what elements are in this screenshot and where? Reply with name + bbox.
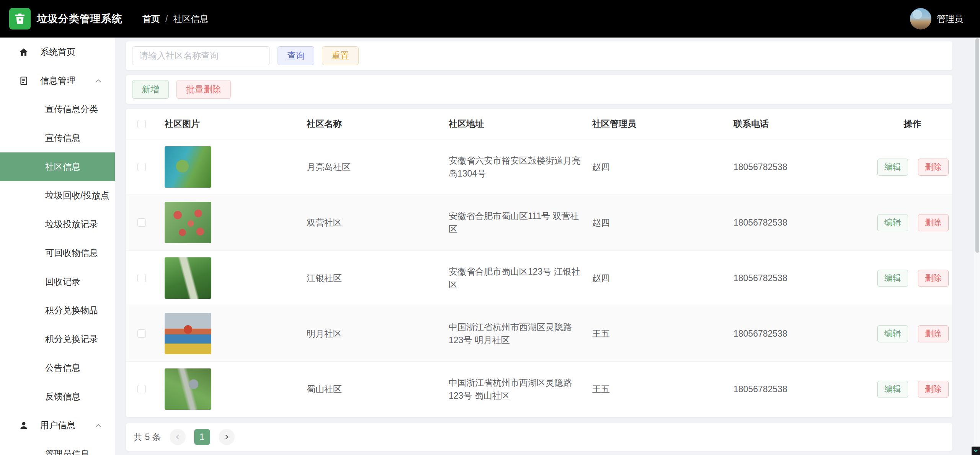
- table-row: 明月社区 中国浙江省杭州市西湖区灵隐路123号 明月社区 王五 18056782…: [126, 306, 952, 362]
- user-name: 管理员: [937, 13, 963, 25]
- main-content: 查询 重置 新增 批量删除 社区图片 社区名称 社区地址 社区管理员 联系电话 …: [115, 38, 980, 455]
- avatar[interactable]: [910, 8, 931, 29]
- community-phone: 18056782538: [733, 162, 872, 172]
- pagination: 共 5 条 1: [126, 423, 952, 451]
- community-photo: [165, 257, 211, 299]
- scrollbar-thumb[interactable]: [975, 38, 979, 253]
- community-table: 社区图片 社区名称 社区地址 社区管理员 联系电话 操作 月亮岛社区 安徽省六安…: [126, 109, 952, 417]
- row-checkbox[interactable]: [137, 274, 146, 282]
- community-name: 江银社区: [307, 272, 449, 284]
- column-header-name: 社区名称: [307, 118, 449, 130]
- sidebar: 系统首页 信息管理 宣传信息分类 宣传信息 社区信息 垃圾回收/投放点 垃圾投放…: [0, 38, 115, 455]
- chevron-up-icon: [94, 421, 103, 430]
- search-button[interactable]: 查询: [278, 46, 314, 65]
- community-manager: 赵四: [592, 272, 733, 284]
- community-address: 安徽省合肥市蜀山区123号 江银社区: [449, 265, 592, 291]
- community-manager: 王五: [592, 383, 733, 395]
- sidebar-item-recyclable-info[interactable]: 可回收物信息: [0, 239, 115, 267]
- delete-button[interactable]: 删除: [918, 381, 949, 398]
- pagination-page-1[interactable]: 1: [194, 429, 210, 445]
- edit-button[interactable]: 编辑: [877, 159, 908, 176]
- user-menu[interactable]: 管理员: [910, 8, 963, 29]
- sidebar-item-promo-category[interactable]: 宣传信息分类: [0, 95, 115, 124]
- add-button[interactable]: 新增: [132, 80, 169, 99]
- scrollbar-corner: [972, 447, 980, 455]
- community-address: 安徽省合肥市蜀山区111号 双营社区: [449, 209, 592, 236]
- row-checkbox[interactable]: [137, 329, 146, 338]
- sidebar-item-points-records[interactable]: 积分兑换记录: [0, 325, 115, 354]
- table-row: 双营社区 安徽省合肥市蜀山区111号 双营社区 赵四 18056782538 编…: [126, 195, 952, 250]
- community-name: 蜀山社区: [307, 383, 449, 395]
- table-body: 月亮岛社区 安徽省六安市裕安区鼓楼街道月亮岛1304号 赵四 180567825…: [126, 139, 952, 417]
- sidebar-item-recycle-points[interactable]: 垃圾回收/投放点: [0, 181, 115, 210]
- sidebar-item-promo-info[interactable]: 宣传信息: [0, 124, 115, 152]
- sidebar-item-disposal-records[interactable]: 垃圾投放记录: [0, 210, 115, 239]
- table-row: 蜀山社区 中国浙江省杭州市西湖区灵隐路123号 蜀山社区 王五 18056782…: [126, 362, 952, 417]
- delete-button[interactable]: 删除: [918, 270, 949, 287]
- delete-button[interactable]: 删除: [918, 214, 949, 231]
- table-header-row: 社区图片 社区名称 社区地址 社区管理员 联系电话 操作: [126, 109, 952, 139]
- community-phone: 18056782538: [733, 384, 872, 394]
- edit-button[interactable]: 编辑: [877, 381, 908, 398]
- sidebar-item-feedback[interactable]: 反馈信息: [0, 382, 115, 411]
- edit-button[interactable]: 编辑: [877, 270, 908, 287]
- community-phone: 18056782538: [733, 329, 872, 339]
- pagination-total: 共 5 条: [134, 431, 161, 443]
- action-toolbar: 新增 批量删除: [126, 75, 952, 104]
- community-address: 中国浙江省杭州市西湖区灵隐路123号 明月社区: [449, 321, 592, 347]
- column-header-manager: 社区管理员: [592, 118, 733, 130]
- select-all-checkbox[interactable]: [137, 120, 146, 128]
- breadcrumb: 首页 / 社区信息: [142, 13, 208, 25]
- row-checkbox[interactable]: [137, 218, 146, 227]
- sidebar-group-info[interactable]: 信息管理: [0, 66, 115, 95]
- edit-button[interactable]: 编辑: [877, 325, 908, 342]
- community-address: 安徽省六安市裕安区鼓楼街道月亮岛1304号: [449, 154, 592, 180]
- sidebar-group-user[interactable]: 用户信息: [0, 411, 115, 440]
- reset-button[interactable]: 重置: [322, 46, 359, 65]
- column-header-address: 社区地址: [449, 118, 592, 130]
- breadcrumb-current: 社区信息: [173, 13, 208, 25]
- community-phone: 18056782538: [733, 218, 872, 228]
- sidebar-item-admin-info[interactable]: 管理员信息: [0, 440, 115, 455]
- community-manager: 赵四: [592, 217, 733, 229]
- community-name: 明月社区: [307, 328, 449, 340]
- app-logo-icon: [9, 8, 31, 29]
- app-title: 垃圾分类管理系统: [37, 12, 122, 26]
- sidebar-item-label: 系统首页: [40, 46, 75, 58]
- batch-delete-button[interactable]: 批量删除: [176, 80, 231, 99]
- community-photo: [165, 368, 211, 410]
- home-icon: [19, 47, 29, 57]
- document-icon: [19, 76, 29, 86]
- top-bar: 垃圾分类管理系统 首页 / 社区信息 管理员: [0, 0, 980, 38]
- sidebar-item-announcements[interactable]: 公告信息: [0, 354, 115, 382]
- column-header-phone: 联系电话: [733, 118, 872, 130]
- table-row: 江银社区 安徽省合肥市蜀山区123号 江银社区 赵四 18056782538 编…: [126, 250, 952, 306]
- sidebar-group-label: 信息管理: [40, 75, 75, 87]
- sidebar-item-home[interactable]: 系统首页: [0, 38, 115, 66]
- breadcrumb-separator: /: [165, 14, 168, 24]
- community-photo: [165, 146, 211, 188]
- breadcrumb-home-link[interactable]: 首页: [142, 13, 160, 25]
- sidebar-item-points-goods[interactable]: 积分兑换物品: [0, 296, 115, 325]
- column-header-photo: 社区图片: [165, 118, 307, 130]
- user-icon: [19, 421, 29, 430]
- search-input[interactable]: [132, 46, 270, 65]
- vertical-scrollbar[interactable]: [974, 38, 980, 455]
- delete-button[interactable]: 删除: [918, 325, 949, 342]
- community-phone: 18056782538: [733, 273, 872, 283]
- sidebar-group-label: 用户信息: [40, 419, 75, 431]
- sidebar-item-community-info[interactable]: 社区信息: [0, 152, 115, 181]
- delete-button[interactable]: 删除: [918, 159, 949, 176]
- edit-button[interactable]: 编辑: [877, 214, 908, 231]
- search-toolbar: 查询 重置: [126, 41, 952, 70]
- community-name: 双营社区: [307, 217, 449, 229]
- community-address: 中国浙江省杭州市西湖区灵隐路123号 蜀山社区: [449, 376, 592, 403]
- row-checkbox[interactable]: [137, 385, 146, 393]
- pagination-next-button[interactable]: [219, 429, 235, 445]
- pagination-prev-button[interactable]: [170, 429, 186, 445]
- table-row: 月亮岛社区 安徽省六安市裕安区鼓楼街道月亮岛1304号 赵四 180567825…: [126, 139, 952, 195]
- community-manager: 赵四: [592, 161, 733, 173]
- sidebar-item-recycle-records[interactable]: 回收记录: [0, 267, 115, 296]
- row-checkbox[interactable]: [137, 163, 146, 171]
- community-photo: [165, 202, 211, 243]
